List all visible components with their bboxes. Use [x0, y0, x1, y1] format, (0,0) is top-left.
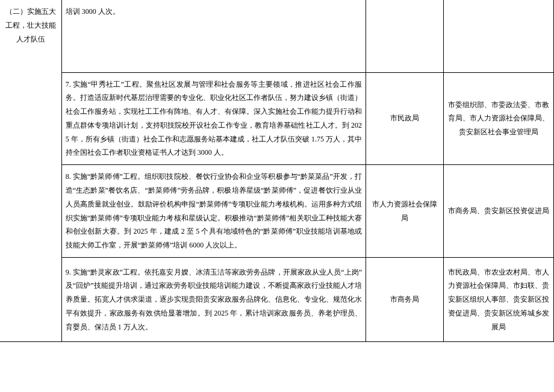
dept2-cell: 市民政局、市农业农村局、市人力资源社会保障局、市妇联、贵安新区组织人事部、贵安新… — [444, 258, 554, 342]
dept1-cell: 市商务局 — [366, 258, 444, 342]
table-row: 7. 实施“甲秀社工”工程。聚焦社区发展与管理和社会服务等主要领域，推进社区社会… — [0, 72, 554, 165]
desc-cell: 8. 实施“黔菜师傅”工程。组织职技院校、餐饮行业协会和企业等积极参与“黔菜菜品… — [61, 165, 366, 258]
dept1-cell: 市人力资源社会保障局 — [366, 165, 444, 258]
desc-cell: 9. 实施“黔灵家政”工程。依托嘉安月嫂、冰清玉洁等家政劳务品牌，开展家政从业人… — [61, 258, 366, 342]
policy-table: （二）实施五大工程，壮大技能人才队伍 培训 3000 人次。 7. 实施“甲秀社… — [0, 0, 554, 342]
table-row: （二）实施五大工程，壮大技能人才队伍 培训 3000 人次。 — [0, 0, 554, 72]
dept1-cell: 市民政局 — [366, 72, 444, 165]
policy-table-container: （二）实施五大工程，壮大技能人才队伍 培训 3000 人次。 7. 实施“甲秀社… — [0, 0, 554, 342]
category-cell: （二）实施五大工程，壮大技能人才队伍 — [0, 0, 61, 342]
dept2-cell: 市委组织部、市委政法委、市教育局、市人力资源社会保障局、贵安新区社会事业管理局 — [444, 72, 554, 165]
dept2-cell — [444, 0, 554, 72]
desc-cell: 培训 3000 人次。 — [61, 0, 366, 72]
table-row: 9. 实施“黔灵家政”工程。依托嘉安月嫂、冰清玉洁等家政劳务品牌，开展家政从业人… — [0, 258, 554, 342]
table-row: 8. 实施“黔菜师傅”工程。组织职技院校、餐饮行业协会和企业等积极参与“黔菜菜品… — [0, 165, 554, 258]
dept1-cell — [366, 0, 444, 72]
dept2-cell: 市商务局、贵安新区投资促进局 — [444, 165, 554, 258]
desc-cell: 7. 实施“甲秀社工”工程。聚焦社区发展与管理和社会服务等主要领域，推进社区社会… — [61, 72, 366, 165]
